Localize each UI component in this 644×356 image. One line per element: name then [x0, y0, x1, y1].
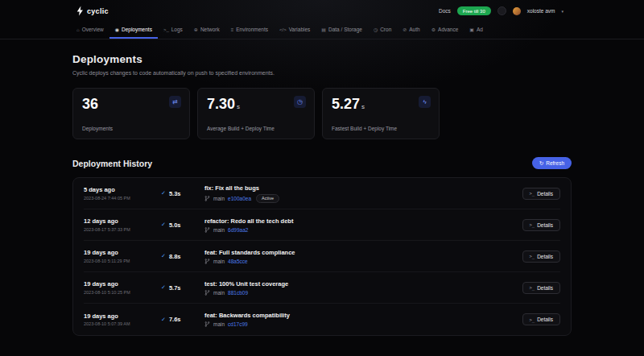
stat-label: Fastest Build + Deploy Time: [332, 126, 397, 131]
tab-cron[interactable]: ◷ Cron: [368, 22, 397, 39]
clock-icon: ◷: [294, 96, 306, 108]
details-button[interactable]: >_ Details: [522, 188, 561, 200]
code-icon: </>: [279, 27, 287, 32]
stat-card-deployments: 36 ⇄ Deployments: [72, 88, 190, 139]
logo-text: cyclic: [87, 7, 109, 15]
commit-message: refactor: Redo all the tech debt: [204, 217, 509, 225]
check-icon: ✓: [161, 190, 166, 197]
build-duration: 7.6s: [169, 316, 181, 323]
commit-cell: test: 100% Unit test coverage main 881cb…: [204, 280, 509, 296]
tab-data-storage[interactable]: ▤ Data / Storage: [316, 22, 368, 39]
refresh-icon: ↻: [539, 160, 543, 167]
tab-logs[interactable]: >_ Logs: [158, 22, 188, 39]
lightning-logo-icon: [76, 6, 84, 16]
commit-message: test: 100% Unit test coverage: [204, 280, 509, 288]
shield-icon: ▣: [469, 27, 474, 32]
stat-label: Average Build + Deploy Time: [207, 126, 275, 131]
deployment-row: 19 days ago 2023-08-10 5:11:29 PM ✓ 8.8s…: [84, 241, 560, 272]
time-ago: 5 days ago: [84, 186, 161, 193]
layers-icon: ≡: [231, 27, 234, 32]
user-name[interactable]: xoloste avm: [527, 8, 555, 14]
git-branch-icon: [204, 259, 210, 264]
tab-variables[interactable]: </> Variables: [274, 22, 316, 39]
tab-environments[interactable]: ≡ Environments: [225, 22, 274, 39]
branch-name: main: [213, 290, 225, 296]
plan-button[interactable]: Free till 30: [457, 6, 491, 15]
tab-label: Auth: [409, 27, 419, 32]
bolt-icon: ϟ: [419, 96, 431, 108]
details-button[interactable]: >_ Details: [522, 250, 561, 263]
clock-icon: ◷: [374, 27, 378, 32]
commit-meta: main cd17c99: [204, 321, 509, 327]
gear-icon: ⚙: [431, 27, 436, 32]
tab-label: Cron: [380, 27, 391, 32]
deployment-history-list: 5 days ago 2023-08-24 7:44:05 PM ✓ 5.3s …: [72, 177, 572, 336]
timestamp: 2023-08-10 5:07:39 AM: [84, 321, 161, 326]
status-cell: ✓ 5.0s: [161, 221, 204, 229]
details-button[interactable]: >_ Details: [522, 282, 561, 294]
stat-card-average-time: 7.30s ◷ Average Build + Deploy Time: [197, 88, 315, 139]
build-duration: 8.8s: [169, 253, 181, 260]
commit-hash-link[interactable]: 6d99aa2: [228, 227, 248, 233]
stat-unit: s: [361, 103, 365, 110]
time-ago: 12 days ago: [84, 217, 161, 225]
time-cell: 19 days ago 2023-08-10 5:10:25 PM: [84, 280, 161, 295]
app-header: cyclic Docs Free till 30 xoloste avm ▾: [0, 0, 644, 22]
commit-hash-link[interactable]: cd17c99: [228, 321, 248, 327]
details-label: Details: [537, 254, 553, 259]
main-content: Deployments Cyclic deploys changes to co…: [0, 53, 644, 336]
chevron-down-icon[interactable]: ▾: [561, 9, 564, 14]
tab-deployments[interactable]: ◉ Deployments: [109, 22, 158, 39]
build-duration: 5.0s: [169, 221, 181, 229]
details-button[interactable]: >_ Details: [522, 219, 561, 231]
stat-value: 5.27: [332, 96, 360, 112]
theme-circle-icon[interactable]: [497, 6, 506, 15]
commit-hash-link[interactable]: 881cb09: [228, 290, 248, 296]
history-title: Deployment History: [72, 159, 152, 168]
avatar[interactable]: [513, 7, 521, 15]
build-duration: 5.3s: [169, 190, 181, 197]
deployment-row: 5 days ago 2023-08-24 7:44:05 PM ✓ 5.3s …: [84, 178, 560, 209]
tab-overview[interactable]: ⌂ Overview: [71, 22, 109, 39]
tab-label: Network: [200, 27, 220, 32]
details-button[interactable]: >_ Details: [522, 313, 561, 325]
tab-label: Overview: [82, 27, 104, 32]
details-label: Details: [537, 317, 553, 322]
commit-meta: main 6d99aa2: [204, 227, 509, 233]
docs-link[interactable]: Docs: [439, 8, 451, 14]
commit-hash-link[interactable]: 48a5cce: [228, 259, 248, 264]
git-branch-icon: [204, 227, 210, 233]
commit-hash-link[interactable]: e100a0ea: [228, 196, 251, 201]
refresh-button[interactable]: ↻ Refresh: [532, 157, 572, 169]
lock-icon: ⊘: [402, 27, 407, 32]
primary-nav: ⌂ Overview ◉ Deployments >_ Logs ⊕ Netwo…: [0, 22, 644, 39]
time-ago: 19 days ago: [84, 280, 161, 288]
commit-message: feat: Backwards compatibility: [204, 312, 509, 319]
build-duration: 5.7s: [169, 284, 181, 292]
status-cell: ✓ 5.7s: [161, 284, 204, 292]
terminal-icon: >_: [163, 27, 169, 32]
active-badge: Active: [256, 194, 279, 203]
database-icon: ▤: [321, 27, 326, 32]
commit-cell: fix: Fix all the bugs main e100a0ea Acti…: [204, 184, 509, 203]
tab-auth[interactable]: ⊘ Auth: [397, 22, 425, 39]
tab-network[interactable]: ⊕ Network: [188, 22, 225, 39]
tab-advanced[interactable]: ⚙ Advance: [426, 22, 464, 39]
commit-cell: refactor: Redo all the tech debt main 6d…: [204, 217, 509, 233]
branch-name: main: [213, 196, 225, 201]
commit-meta: main 881cb09: [204, 290, 509, 296]
stats-row: 36 ⇄ Deployments 7.30s ◷ Average Build +…: [72, 88, 572, 139]
commit-meta: main 48a5cce: [204, 259, 509, 264]
time-ago: 19 days ago: [84, 249, 161, 256]
terminal-icon: >_: [530, 285, 535, 290]
terminal-icon: >_: [530, 222, 535, 227]
tab-admin[interactable]: ▣ Ad: [464, 22, 489, 39]
overview-icon: ⌂: [76, 27, 80, 32]
details-label: Details: [537, 222, 553, 228]
globe-icon: ⊕: [194, 27, 198, 32]
branch-name: main: [213, 259, 225, 264]
commit-message: fix: Fix all the bugs: [204, 184, 509, 192]
tab-label: Logs: [171, 27, 183, 32]
tab-label: Variables: [289, 27, 311, 32]
terminal-icon: >_: [530, 317, 535, 322]
